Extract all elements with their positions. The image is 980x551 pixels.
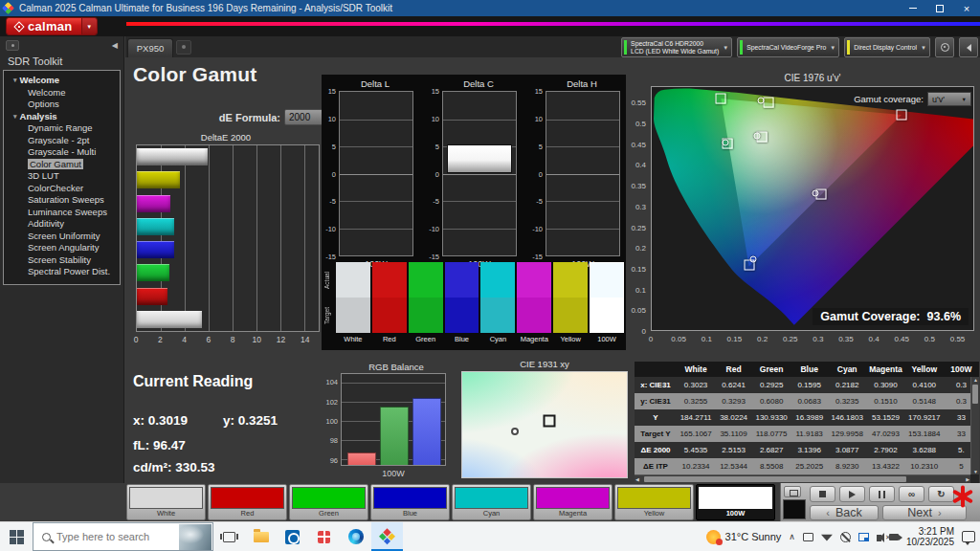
table-vertical-scrollbar[interactable]: ▲ ▼ (970, 377, 979, 474)
calman-main-menu-button[interactable]: calman ▼ (6, 17, 98, 35)
continuous-read-button[interactable]: ∞ (899, 486, 924, 502)
gridline (342, 383, 445, 384)
sidebar-item-3d-lut[interactable]: 3D LUT (4, 170, 120, 183)
sidebar-group-welcome[interactable]: ▾Welcome (4, 75, 120, 87)
table-cell: 0.5148 (905, 393, 944, 409)
table-cell: 0.1595 (791, 377, 828, 393)
sidebar-item-additivity[interactable]: Additivity (4, 218, 120, 231)
sidebar-item-dynamic-range[interactable]: Dynamic Range (4, 122, 120, 135)
back-button[interactable]: ‹ Back (810, 505, 879, 520)
sidebar-item-color-gamut[interactable]: Color Gamut (4, 159, 120, 171)
reading-y: y: 0.3251 (223, 413, 278, 428)
pattern-button-red[interactable]: Red (208, 484, 287, 520)
axis-tick-label: 0.15 (727, 335, 743, 343)
gamut-coverage-readout: Gamut Coverage: 93.6% (813, 308, 969, 325)
sidebar-item-welcome[interactable]: Welcome (4, 87, 120, 99)
tab-bar: PX950 SpectraCal C6 HDR2000 LCD (LED Whi… (125, 36, 980, 57)
pattern-button-100w[interactable]: 100W (696, 484, 775, 520)
axis-tick-label: 14 (301, 335, 309, 344)
outlook-button[interactable] (277, 522, 308, 551)
camera-icon[interactable] (889, 534, 899, 540)
display-control-button[interactable]: Direct Display Control ▼ (844, 37, 930, 57)
gamut-coverage-select[interactable]: u'v' ▼ (927, 92, 971, 106)
cie-yaxis: 0.550.50.450.40.350.30.250.20.150.10.050 (628, 86, 648, 331)
settings-button[interactable] (935, 37, 954, 57)
pattern-button-yellow[interactable]: Yellow (614, 484, 694, 520)
sidebar-item-saturation-sweeps[interactable]: Saturation Sweeps (4, 194, 120, 207)
calman-taskbar-button[interactable] (371, 522, 403, 551)
pattern-button-blue[interactable]: Blue (370, 484, 450, 520)
sidebar-item-screen-uniformity[interactable]: Screen Uniformity (4, 231, 120, 243)
pattern-button-white[interactable]: White (126, 484, 206, 520)
search-input[interactable] (56, 531, 178, 542)
target-swatch (517, 298, 551, 333)
de-formula-label: dE Formula: (187, 112, 280, 123)
network-disabled-icon[interactable] (840, 532, 851, 542)
tablet-icon[interactable] (803, 533, 813, 541)
stop-button[interactable] (810, 486, 835, 502)
scroll-down-icon[interactable]: ▼ (971, 469, 979, 474)
pattern-button-green[interactable]: Green (289, 484, 368, 520)
axis-tick-label: 0.2 (635, 244, 646, 253)
virtual-desktop-icon[interactable] (858, 533, 869, 541)
meter-connection-button[interactable]: SpectraCal C6 HDR2000 LCD (LED White Wid… (621, 37, 732, 57)
store-button[interactable] (308, 522, 340, 551)
scroll-right-icon[interactable]: ▶ (966, 476, 969, 482)
tab-px950[interactable]: PX950 (127, 38, 173, 57)
taskbar-clock[interactable]: 3:21 PM 10/23/2025 (906, 526, 954, 548)
pattern-button-cyan[interactable]: Cyan (452, 484, 531, 520)
scrollbar-thumb[interactable] (644, 476, 906, 482)
sidebar-collapse-icon[interactable]: ◀ (112, 41, 118, 50)
sidebar-item-screen-stability[interactable]: Screen Stability (4, 254, 120, 267)
task-view-button[interactable] (213, 522, 245, 551)
swatch-row-label: Actual (323, 262, 334, 298)
gridline (340, 146, 412, 147)
pattern-button-label: Green (292, 509, 366, 518)
search-highlight-image[interactable] (179, 524, 212, 550)
pattern-button-magenta[interactable]: Magenta (533, 484, 612, 520)
tab-options-button[interactable] (176, 40, 191, 55)
repeat-button[interactable]: ↻ (928, 486, 954, 502)
scrollbar-thumb[interactable] (972, 385, 978, 404)
weather-widget[interactable]: 31°C Sunny (706, 530, 782, 544)
start-button[interactable] (0, 522, 33, 551)
generator-connection-button[interactable]: SpectraCal VideoForge Pro ▼ (737, 37, 839, 57)
pattern-preview-swatch[interactable] (783, 499, 806, 519)
axis-tick-label: 10 (530, 115, 543, 123)
table-cell: 5.4535 (677, 442, 715, 458)
sidebar-item-label: Color Gamut (28, 159, 83, 169)
play-button[interactable] (839, 486, 865, 502)
table-cell: 3.0877 (828, 442, 866, 458)
minimize-icon (909, 8, 917, 9)
hidden-icons-chevron[interactable]: ∧ (789, 532, 795, 541)
edge-button[interactable] (340, 522, 371, 551)
action-center-icon[interactable] (962, 531, 975, 542)
sidebar-options-button[interactable] (6, 40, 19, 51)
close-button[interactable]: × (953, 0, 980, 16)
sidebar-item-options[interactable]: Options (4, 99, 120, 111)
scroll-left-icon[interactable]: ◀ (635, 476, 639, 482)
table-horizontal-scrollbar[interactable]: ◀ ▶ (635, 474, 970, 483)
gridline (443, 201, 516, 202)
file-explorer-button[interactable] (245, 522, 277, 551)
sidebar-group-analysis[interactable]: ▾Analysis (4, 111, 120, 123)
sidebar-item-spectral-power-dist[interactable]: Spectral Power Dist. (4, 266, 120, 278)
sidebar-item-grayscale-multi[interactable]: Grayscale - Multi (4, 146, 120, 159)
scroll-up-icon[interactable]: ▲ (971, 377, 979, 383)
minimize-button[interactable] (900, 0, 926, 16)
calman-menu-dropdown[interactable]: ▼ (81, 18, 97, 34)
actual-swatch (336, 262, 370, 298)
sidebar-item-grayscale-2pt[interactable]: Grayscale - 2pt (4, 135, 120, 147)
wifi-icon[interactable] (821, 533, 833, 541)
taskbar-search-box[interactable] (33, 522, 213, 551)
sidebar-item-luminance-sweeps[interactable]: Luminance Sweeps (4, 207, 120, 219)
sidebar-item-colorchecker[interactable]: ColorChecker (4, 183, 120, 195)
session-controls: ∞ ↻ ‹ Back Next › (780, 483, 980, 521)
collapse-panel-button[interactable] (959, 37, 978, 57)
volume-muted-icon[interactable] (877, 535, 881, 541)
pattern-window-button[interactable] (784, 486, 801, 497)
pattern-swatch (455, 487, 528, 509)
sidebar-item-screen-angularity[interactable]: Screen Angularity (4, 242, 120, 254)
maximize-button[interactable] (926, 0, 953, 16)
pause-button[interactable] (869, 486, 895, 502)
